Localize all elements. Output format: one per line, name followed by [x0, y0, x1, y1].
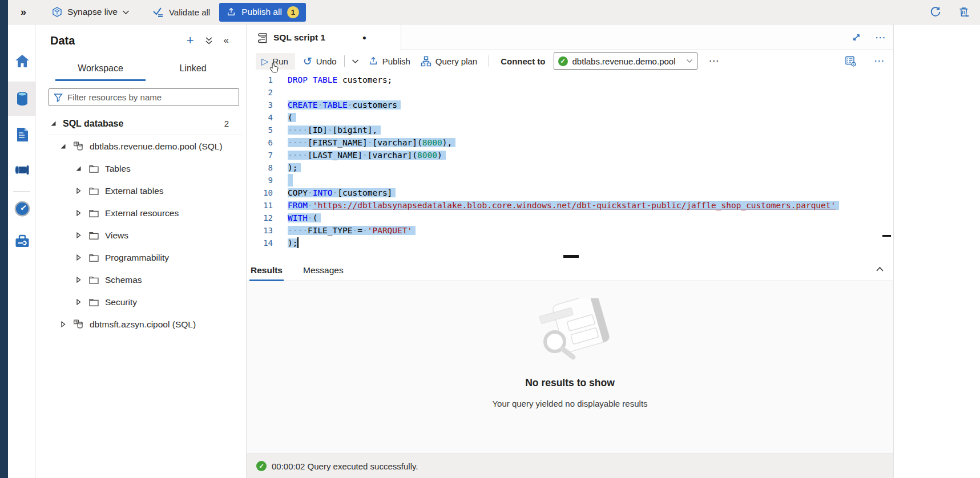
overview-ruler-cursor-mark	[882, 235, 891, 237]
discard-trash-icon[interactable]	[958, 6, 970, 18]
empty-results-subtitle: Your query yielded no displayable result…	[247, 399, 893, 408]
run-options-chevron-icon[interactable]	[352, 59, 359, 64]
tree-item-sql-database[interactable]: SQL database2	[36, 112, 246, 135]
folder-icon	[88, 229, 100, 241]
sidebar-item-monitor[interactable]	[8, 201, 36, 217]
data-panel: Data + « Workspace Linked SQL database2d…	[36, 25, 247, 478]
tree-item-label: External tables	[105, 186, 164, 196]
connect-to-pool-dropdown[interactable]: ✓ dbtlabs.revenue.demo.pool	[554, 52, 697, 70]
nav-rail	[8, 25, 36, 478]
code-line[interactable]: 12WITH·(	[247, 212, 893, 224]
validate-label: Validate all	[169, 7, 210, 17]
toolbar-more-icon[interactable]: ⋯	[709, 58, 720, 64]
filter-box	[49, 88, 239, 106]
publish-button[interactable]: Publish	[368, 56, 410, 66]
run-button[interactable]: ▷ Run	[256, 53, 295, 70]
refresh-icon[interactable]	[929, 6, 942, 18]
code-line[interactable]: 14);	[247, 237, 893, 249]
code-line[interactable]: 10COPY·INTO·[customers]	[247, 187, 893, 199]
line-number: 1	[247, 74, 273, 86]
data-panel-header: Data + «	[36, 25, 246, 59]
code-line[interactable]: 1DROP TABLE customers;	[247, 74, 893, 86]
expander-closed-icon[interactable]	[75, 299, 82, 305]
line-number: 14	[247, 237, 273, 249]
undo-button[interactable]: ↺ Undo	[303, 55, 337, 68]
sidebar-item-data[interactable]	[8, 82, 36, 116]
code-line[interactable]: 3CREATE·TABLE·customers	[247, 99, 893, 111]
filter-resources-input[interactable]	[67, 92, 234, 102]
tree-item-programmability[interactable]: Programmability	[36, 246, 246, 269]
tree-item-external-resources[interactable]: External resources	[36, 202, 246, 224]
tree-item-schemas[interactable]: Schemas	[36, 269, 246, 291]
sidebar-item-integrate[interactable]	[8, 163, 36, 177]
validate-all-button[interactable]: Validate all	[152, 6, 210, 18]
tree-item-label: Security	[105, 297, 137, 307]
tree-item-views[interactable]: Views	[36, 224, 246, 246]
tree-item-label: dbtlabs.revenue.demo.pool (SQL)	[90, 141, 223, 152]
expander-closed-icon[interactable]	[75, 254, 82, 261]
tree-item-tables[interactable]: Tables	[36, 157, 246, 180]
publish-all-button[interactable]: Publish all 1	[219, 3, 306, 22]
code-line[interactable]: 5····[ID]·[bigint],	[247, 124, 893, 136]
synapse-live-dropdown[interactable]: Synapse live	[51, 6, 130, 18]
tab-linked[interactable]: Linked	[147, 60, 239, 81]
sidebar-item-develop[interactable]	[8, 127, 36, 143]
expander-closed-icon[interactable]	[60, 321, 66, 327]
tree-item-security[interactable]: Security	[36, 291, 246, 313]
code-line[interactable]: 6····[FIRST_NAME]·[varchar](8000),	[247, 136, 893, 149]
sidebar-item-home[interactable]	[8, 54, 36, 68]
tab-workspace[interactable]: Workspace	[54, 60, 147, 81]
line-number: 5	[247, 124, 273, 136]
sql-pool-icon	[72, 140, 84, 152]
sidebar-item-manage[interactable]	[8, 234, 36, 249]
add-resource-icon[interactable]: +	[187, 35, 194, 46]
expander-open-icon[interactable]	[75, 165, 82, 172]
collapse-panel-icon[interactable]: «	[224, 35, 229, 46]
empty-results-title: No results to show	[247, 377, 893, 389]
expander-closed-icon[interactable]	[75, 188, 82, 194]
expander-closed-icon[interactable]	[75, 210, 82, 216]
results-pane: Results Messages	[247, 260, 893, 478]
synapse-studio-app: » Synapse live Validate all Publish all …	[0, 0, 980, 478]
status-message: 00:00:02 Query executed successfully.	[272, 461, 418, 471]
expand-editor-icon[interactable]	[852, 33, 861, 42]
query-plan-label: Query plan	[435, 56, 477, 66]
collapse-all-icon[interactable]	[205, 37, 213, 45]
expander-open-icon[interactable]	[60, 143, 66, 149]
code-line[interactable]: 13····FILE_TYPE·=·'PARQUET'	[247, 224, 893, 237]
tab-sql-script-1[interactable]: SQL script 1 ●	[247, 25, 401, 51]
tree-item-dbtmsft-azsyn-cipool-sql[interactable]: dbtmsft.azsyn.cipool (SQL)	[36, 313, 246, 335]
code-line[interactable]: 9	[247, 174, 893, 187]
code-editor[interactable]: 1DROP TABLE customers;23CREATE·TABLE·cus…	[247, 72, 893, 253]
integrate-icon	[14, 163, 31, 177]
editor-more-options-icon[interactable]: ⋯	[874, 58, 885, 64]
folder-icon	[88, 185, 100, 197]
code-line[interactable]: 7····[LAST_NAME]·[varchar](8000)	[247, 149, 893, 161]
expander-closed-icon[interactable]	[75, 277, 82, 283]
tab-messages[interactable]: Messages	[302, 260, 345, 281]
expander-open-icon[interactable]	[50, 120, 57, 127]
collapse-results-chevron-icon[interactable]	[876, 266, 884, 272]
code-line[interactable]: 2	[247, 86, 893, 99]
code-line[interactable]: 8);	[247, 161, 893, 174]
editor-column: SQL script 1 ● ⋯ ▷ Run ↺ Undo	[247, 25, 893, 478]
left-edge-strip	[0, 0, 8, 478]
expand-sidebar-icon[interactable]: »	[21, 6, 26, 18]
resource-tree: SQL database2dbtlabs.revenue.demo.pool (…	[36, 112, 246, 335]
splitter-drag-handle[interactable]	[563, 255, 579, 258]
code-line[interactable]: 11FROM·'https://dbtlabsynapsedatalake.bl…	[247, 199, 893, 212]
filter-funnel-icon	[54, 93, 63, 102]
query-plan-button[interactable]: Query plan	[421, 56, 477, 67]
text-cursor	[297, 237, 299, 248]
folder-icon	[88, 296, 100, 308]
line-number: 6	[247, 136, 273, 149]
tree-item-count: 2	[224, 119, 229, 128]
view-settings-icon[interactable]	[845, 55, 857, 67]
tree-item-dbtlabs-revenue-demo-pool-sql[interactable]: dbtlabs.revenue.demo.pool (SQL)	[36, 135, 246, 157]
tab-more-options-icon[interactable]: ⋯	[875, 35, 886, 40]
tab-results[interactable]: Results	[249, 260, 284, 281]
expander-closed-icon[interactable]	[75, 232, 82, 238]
code-line[interactable]: 4(	[247, 111, 893, 124]
tree-item-external-tables[interactable]: External tables	[36, 180, 246, 202]
sql-script-icon	[257, 32, 268, 44]
